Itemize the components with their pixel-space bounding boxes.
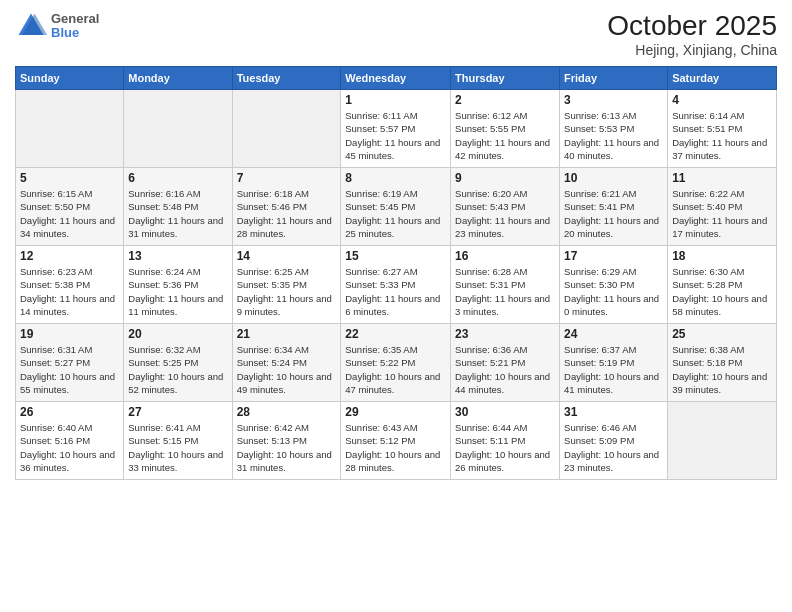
sunrise-text: Sunrise: 6:37 AM bbox=[564, 344, 636, 355]
sunrise-text: Sunrise: 6:18 AM bbox=[237, 188, 309, 199]
daylight-text: Daylight: 11 hours and 28 minutes. bbox=[237, 215, 332, 239]
day-info: Sunrise: 6:34 AM Sunset: 5:24 PM Dayligh… bbox=[237, 343, 337, 396]
calendar-body: 1 Sunrise: 6:11 AM Sunset: 5:57 PM Dayli… bbox=[16, 90, 777, 480]
calendar-day-cell: 12 Sunrise: 6:23 AM Sunset: 5:38 PM Dayl… bbox=[16, 246, 124, 324]
sunset-text: Sunset: 5:11 PM bbox=[455, 435, 525, 446]
day-info: Sunrise: 6:44 AM Sunset: 5:11 PM Dayligh… bbox=[455, 421, 555, 474]
sunset-text: Sunset: 5:31 PM bbox=[455, 279, 525, 290]
sunrise-text: Sunrise: 6:16 AM bbox=[128, 188, 200, 199]
daylight-text: Daylight: 10 hours and 36 minutes. bbox=[20, 449, 115, 473]
calendar-day-cell: 7 Sunrise: 6:18 AM Sunset: 5:46 PM Dayli… bbox=[232, 168, 341, 246]
daylight-text: Daylight: 11 hours and 42 minutes. bbox=[455, 137, 550, 161]
logo: General Blue bbox=[15, 10, 99, 42]
sunset-text: Sunset: 5:28 PM bbox=[672, 279, 742, 290]
calendar-day-cell bbox=[124, 90, 232, 168]
calendar-day-cell: 29 Sunrise: 6:43 AM Sunset: 5:12 PM Dayl… bbox=[341, 402, 451, 480]
day-info: Sunrise: 6:18 AM Sunset: 5:46 PM Dayligh… bbox=[237, 187, 337, 240]
day-number: 25 bbox=[672, 327, 772, 341]
sunset-text: Sunset: 5:22 PM bbox=[345, 357, 415, 368]
day-info: Sunrise: 6:11 AM Sunset: 5:57 PM Dayligh… bbox=[345, 109, 446, 162]
daylight-text: Daylight: 11 hours and 23 minutes. bbox=[455, 215, 550, 239]
calendar-day-cell: 28 Sunrise: 6:42 AM Sunset: 5:13 PM Dayl… bbox=[232, 402, 341, 480]
day-info: Sunrise: 6:19 AM Sunset: 5:45 PM Dayligh… bbox=[345, 187, 446, 240]
sunset-text: Sunset: 5:33 PM bbox=[345, 279, 415, 290]
calendar-day-cell: 8 Sunrise: 6:19 AM Sunset: 5:45 PM Dayli… bbox=[341, 168, 451, 246]
sunrise-text: Sunrise: 6:29 AM bbox=[564, 266, 636, 277]
calendar-day-cell: 15 Sunrise: 6:27 AM Sunset: 5:33 PM Dayl… bbox=[341, 246, 451, 324]
sunset-text: Sunset: 5:25 PM bbox=[128, 357, 198, 368]
weekday-header: Thursday bbox=[451, 67, 560, 90]
day-number: 14 bbox=[237, 249, 337, 263]
calendar-week-row: 1 Sunrise: 6:11 AM Sunset: 5:57 PM Dayli… bbox=[16, 90, 777, 168]
calendar-header: SundayMondayTuesdayWednesdayThursdayFrid… bbox=[16, 67, 777, 90]
sunset-text: Sunset: 5:38 PM bbox=[20, 279, 90, 290]
sunrise-text: Sunrise: 6:20 AM bbox=[455, 188, 527, 199]
day-info: Sunrise: 6:23 AM Sunset: 5:38 PM Dayligh… bbox=[20, 265, 119, 318]
daylight-text: Daylight: 11 hours and 25 minutes. bbox=[345, 215, 440, 239]
day-info: Sunrise: 6:43 AM Sunset: 5:12 PM Dayligh… bbox=[345, 421, 446, 474]
day-info: Sunrise: 6:46 AM Sunset: 5:09 PM Dayligh… bbox=[564, 421, 663, 474]
calendar-day-cell: 23 Sunrise: 6:36 AM Sunset: 5:21 PM Dayl… bbox=[451, 324, 560, 402]
calendar-day-cell: 9 Sunrise: 6:20 AM Sunset: 5:43 PM Dayli… bbox=[451, 168, 560, 246]
day-info: Sunrise: 6:41 AM Sunset: 5:15 PM Dayligh… bbox=[128, 421, 227, 474]
day-number: 18 bbox=[672, 249, 772, 263]
calendar-day-cell: 5 Sunrise: 6:15 AM Sunset: 5:50 PM Dayli… bbox=[16, 168, 124, 246]
sunset-text: Sunset: 5:51 PM bbox=[672, 123, 742, 134]
calendar-day-cell: 22 Sunrise: 6:35 AM Sunset: 5:22 PM Dayl… bbox=[341, 324, 451, 402]
day-info: Sunrise: 6:40 AM Sunset: 5:16 PM Dayligh… bbox=[20, 421, 119, 474]
day-info: Sunrise: 6:24 AM Sunset: 5:36 PM Dayligh… bbox=[128, 265, 227, 318]
day-info: Sunrise: 6:13 AM Sunset: 5:53 PM Dayligh… bbox=[564, 109, 663, 162]
day-info: Sunrise: 6:14 AM Sunset: 5:51 PM Dayligh… bbox=[672, 109, 772, 162]
day-info: Sunrise: 6:16 AM Sunset: 5:48 PM Dayligh… bbox=[128, 187, 227, 240]
calendar-day-cell bbox=[232, 90, 341, 168]
sunrise-text: Sunrise: 6:40 AM bbox=[20, 422, 92, 433]
daylight-text: Daylight: 10 hours and 26 minutes. bbox=[455, 449, 550, 473]
page: General Blue October 2025 Hejing, Xinjia… bbox=[0, 0, 792, 612]
sunset-text: Sunset: 5:27 PM bbox=[20, 357, 90, 368]
calendar-day-cell: 6 Sunrise: 6:16 AM Sunset: 5:48 PM Dayli… bbox=[124, 168, 232, 246]
header: General Blue October 2025 Hejing, Xinjia… bbox=[15, 10, 777, 58]
day-info: Sunrise: 6:28 AM Sunset: 5:31 PM Dayligh… bbox=[455, 265, 555, 318]
sunset-text: Sunset: 5:45 PM bbox=[345, 201, 415, 212]
day-number: 3 bbox=[564, 93, 663, 107]
calendar-day-cell: 17 Sunrise: 6:29 AM Sunset: 5:30 PM Dayl… bbox=[560, 246, 668, 324]
daylight-text: Daylight: 11 hours and 6 minutes. bbox=[345, 293, 440, 317]
day-number: 7 bbox=[237, 171, 337, 185]
calendar-day-cell bbox=[16, 90, 124, 168]
sunset-text: Sunset: 5:40 PM bbox=[672, 201, 742, 212]
daylight-text: Daylight: 10 hours and 23 minutes. bbox=[564, 449, 659, 473]
day-number: 31 bbox=[564, 405, 663, 419]
sunrise-text: Sunrise: 6:27 AM bbox=[345, 266, 417, 277]
day-number: 23 bbox=[455, 327, 555, 341]
sunrise-text: Sunrise: 6:13 AM bbox=[564, 110, 636, 121]
sunrise-text: Sunrise: 6:22 AM bbox=[672, 188, 744, 199]
daylight-text: Daylight: 10 hours and 28 minutes. bbox=[345, 449, 440, 473]
calendar-subtitle: Hejing, Xinjiang, China bbox=[607, 42, 777, 58]
sunrise-text: Sunrise: 6:11 AM bbox=[345, 110, 417, 121]
daylight-text: Daylight: 11 hours and 34 minutes. bbox=[20, 215, 115, 239]
daylight-text: Daylight: 11 hours and 17 minutes. bbox=[672, 215, 767, 239]
day-number: 5 bbox=[20, 171, 119, 185]
sunset-text: Sunset: 5:53 PM bbox=[564, 123, 634, 134]
sunset-text: Sunset: 5:57 PM bbox=[345, 123, 415, 134]
day-number: 9 bbox=[455, 171, 555, 185]
sunrise-text: Sunrise: 6:44 AM bbox=[455, 422, 527, 433]
day-number: 15 bbox=[345, 249, 446, 263]
daylight-text: Daylight: 10 hours and 55 minutes. bbox=[20, 371, 115, 395]
sunset-text: Sunset: 5:30 PM bbox=[564, 279, 634, 290]
day-number: 12 bbox=[20, 249, 119, 263]
daylight-text: Daylight: 11 hours and 20 minutes. bbox=[564, 215, 659, 239]
sunset-text: Sunset: 5:18 PM bbox=[672, 357, 742, 368]
sunset-text: Sunset: 5:24 PM bbox=[237, 357, 307, 368]
daylight-text: Daylight: 10 hours and 31 minutes. bbox=[237, 449, 332, 473]
day-number: 20 bbox=[128, 327, 227, 341]
weekday-header: Saturday bbox=[668, 67, 777, 90]
day-info: Sunrise: 6:37 AM Sunset: 5:19 PM Dayligh… bbox=[564, 343, 663, 396]
day-number: 16 bbox=[455, 249, 555, 263]
day-number: 26 bbox=[20, 405, 119, 419]
calendar-week-row: 19 Sunrise: 6:31 AM Sunset: 5:27 PM Dayl… bbox=[16, 324, 777, 402]
weekday-header: Sunday bbox=[16, 67, 124, 90]
daylight-text: Daylight: 10 hours and 58 minutes. bbox=[672, 293, 767, 317]
sunrise-text: Sunrise: 6:15 AM bbox=[20, 188, 92, 199]
daylight-text: Daylight: 11 hours and 9 minutes. bbox=[237, 293, 332, 317]
